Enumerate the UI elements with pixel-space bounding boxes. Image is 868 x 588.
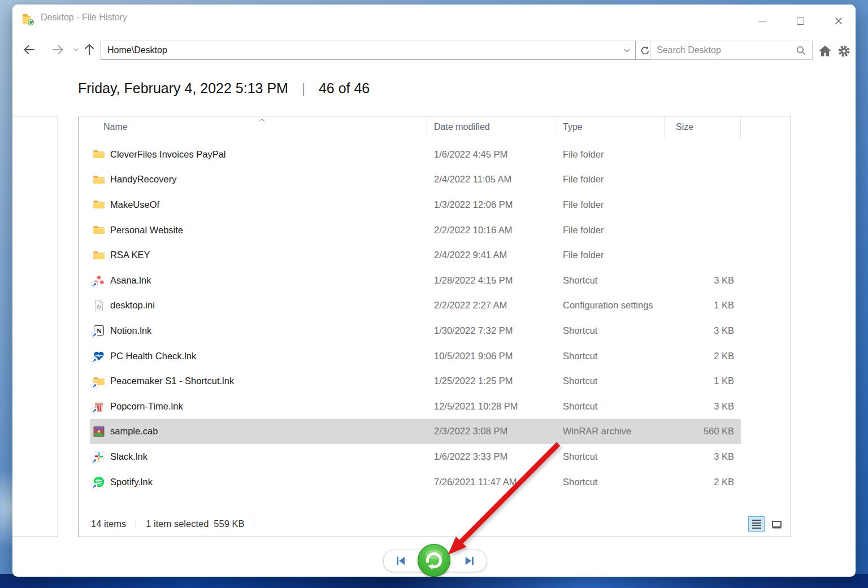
file-name: Popcorn-Time.lnk bbox=[110, 401, 183, 412]
status-bar: 14 items 1 item selected 559 KB bbox=[79, 513, 791, 534]
file-name-cell: Popcorn-Time.lnk bbox=[90, 400, 427, 412]
table-row[interactable]: Slack.lnk1/6/2022 3:33 PMShortcut3 KB bbox=[90, 444, 741, 469]
file-name: PC Health Check.lnk bbox=[110, 351, 196, 361]
restore-button[interactable] bbox=[418, 544, 450, 577]
file-name-cell: Peacemaker S1 - Shortcut.lnk bbox=[90, 375, 427, 387]
file-name-cell: NNotion.lnk bbox=[90, 324, 427, 337]
gear-icon bbox=[837, 44, 851, 58]
date-modified-cell: 2/2/2022 2:27 AM bbox=[427, 300, 557, 311]
date-modified-cell: 1/28/2022 4:15 PM bbox=[427, 275, 557, 286]
file-name: Slack.lnk bbox=[110, 451, 147, 462]
shortcut-overlay-icon bbox=[92, 484, 97, 489]
date-modified-cell: 7/26/2021 11:47 AM bbox=[427, 477, 557, 487]
type-cell: File folder bbox=[557, 149, 665, 160]
file-name: Personal Website bbox=[110, 225, 183, 236]
type-cell: File folder bbox=[557, 199, 665, 210]
column-header-name[interactable]: Name bbox=[79, 116, 427, 138]
previous-snapshot-panel[interactable] bbox=[12, 116, 58, 537]
column-header-date-modified[interactable]: Date modified bbox=[427, 116, 557, 138]
shortcut-overlay-icon bbox=[92, 358, 97, 363]
folder-icon bbox=[93, 249, 105, 262]
table-row[interactable]: Spotify.lnk7/26/2021 11:47 AMShortcut2 K… bbox=[90, 469, 741, 495]
minimize-button[interactable] bbox=[753, 12, 771, 29]
back-icon bbox=[23, 43, 36, 56]
file-name: sample.cab bbox=[110, 426, 158, 437]
type-cell: WinRAR archive bbox=[557, 426, 665, 437]
settings-button[interactable] bbox=[836, 43, 852, 59]
table-row[interactable]: Peacemaker S1 - Shortcut.lnk1/25/2022 1:… bbox=[90, 368, 741, 394]
shortcut-overlay-icon bbox=[92, 282, 97, 288]
folder-icon bbox=[93, 224, 105, 236]
column-header-filler bbox=[741, 116, 791, 138]
folder-icon bbox=[93, 198, 105, 211]
home-button[interactable] bbox=[817, 43, 833, 59]
type-cell: Shortcut bbox=[557, 325, 665, 336]
type-cell: Shortcut bbox=[557, 351, 665, 361]
folder-icon bbox=[93, 173, 105, 186]
previous-version-button[interactable] bbox=[389, 553, 412, 569]
folder-icon bbox=[93, 148, 105, 160]
view-toggle bbox=[748, 516, 785, 532]
file-name-cell: Asana.lnk bbox=[90, 274, 427, 286]
type-cell: Shortcut bbox=[557, 477, 665, 487]
column-header-type[interactable]: Type bbox=[557, 116, 665, 138]
table-row[interactable]: NNotion.lnk1/30/2022 7:32 PMShortcut3 KB bbox=[90, 318, 741, 343]
details-view-icon bbox=[752, 520, 761, 529]
recent-locations-button[interactable] bbox=[71, 42, 80, 58]
size-cell: 3 KB bbox=[665, 325, 741, 336]
table-row[interactable]: RSA KEY2/4/2022 9:41 AMFile folder bbox=[90, 242, 741, 268]
close-button[interactable] bbox=[830, 12, 848, 29]
table-row[interactable]: desktop.ini2/2/2022 2:27 AMConfiguration… bbox=[90, 293, 741, 319]
status-divider bbox=[136, 519, 136, 529]
notion-shortcut-icon: N bbox=[93, 324, 105, 337]
table-row[interactable]: HandyRecovery2/4/2022 11:05 AMFile folde… bbox=[90, 167, 741, 193]
table-row[interactable]: MakeUseOf1/3/2022 12:06 PMFile folder bbox=[90, 192, 741, 217]
type-cell: Shortcut bbox=[557, 451, 665, 462]
date-modified-cell: 2/3/2022 3:08 PM bbox=[427, 426, 557, 437]
column-headers: Name Date modified Type Size bbox=[79, 116, 791, 138]
file-name-cell: Spotify.lnk bbox=[90, 476, 427, 488]
selection-size: 559 KB bbox=[214, 519, 244, 529]
table-row[interactable]: Popcorn-Time.lnk12/5/2021 10:28 PMShortc… bbox=[90, 394, 741, 419]
size-cell: 560 KB bbox=[665, 426, 741, 437]
date-modified-cell: 2/2/2022 10:16 AM bbox=[427, 225, 557, 236]
type-cell: Configuration settings bbox=[557, 300, 665, 311]
file-name-cell: PC Health Check.lnk bbox=[90, 350, 427, 362]
address-dropdown-button[interactable] bbox=[618, 41, 635, 59]
pc-health-check-shortcut-icon bbox=[93, 350, 105, 362]
table-row[interactable]: Personal Website2/2/2022 10:16 AMFile fo… bbox=[90, 217, 741, 243]
forward-icon bbox=[51, 43, 64, 56]
table-row[interactable]: CleverFiles Invoices PayPal1/6/2022 4:45… bbox=[90, 142, 741, 167]
table-row[interactable]: PC Health Check.lnk10/5/2021 9:06 PMShor… bbox=[90, 343, 741, 369]
date-modified-cell: 1/25/2022 1:25 PM bbox=[427, 376, 557, 386]
forward-button[interactable] bbox=[50, 42, 66, 58]
search-field[interactable]: Search Desktop bbox=[650, 41, 813, 60]
type-cell: Shortcut bbox=[557, 275, 665, 286]
spotify-shortcut-icon bbox=[93, 476, 105, 488]
table-row[interactable]: sample.cab2/3/2022 3:08 PMWinRAR archive… bbox=[90, 419, 741, 445]
previous-version-icon bbox=[394, 555, 407, 567]
date-modified-cell: 1/3/2022 12:06 PM bbox=[427, 199, 557, 210]
popcorn-time-shortcut-icon bbox=[93, 400, 105, 412]
size-cell: 2 KB bbox=[665, 477, 741, 487]
type-cell: Shortcut bbox=[557, 401, 665, 412]
file-name: RSA KEY bbox=[110, 250, 150, 260]
address-input[interactable]: Home\Desktop bbox=[101, 41, 618, 59]
size-cell: 3 KB bbox=[665, 401, 741, 412]
file-name: Notion.lnk bbox=[110, 325, 151, 336]
size-cell: 1 KB bbox=[665, 376, 741, 386]
file-name-cell: RSA KEY bbox=[90, 249, 427, 262]
maximize-button[interactable] bbox=[791, 12, 809, 29]
minimize-icon bbox=[758, 21, 766, 21]
back-button[interactable] bbox=[21, 42, 37, 58]
up-button[interactable] bbox=[81, 42, 97, 58]
column-header-size[interactable]: Size bbox=[665, 116, 741, 138]
restore-icon bbox=[419, 546, 449, 575]
next-version-button[interactable] bbox=[458, 553, 481, 569]
table-row[interactable]: Asana.lnk1/28/2022 4:15 PMShortcut3 KB bbox=[90, 268, 741, 293]
shortcut-overlay-icon bbox=[92, 332, 97, 338]
selection-count: 1 item selected bbox=[146, 519, 209, 529]
thumbnail-view-button[interactable] bbox=[769, 516, 785, 532]
details-view-button[interactable] bbox=[748, 516, 765, 532]
address-bar: Home\Desktop bbox=[101, 41, 655, 60]
